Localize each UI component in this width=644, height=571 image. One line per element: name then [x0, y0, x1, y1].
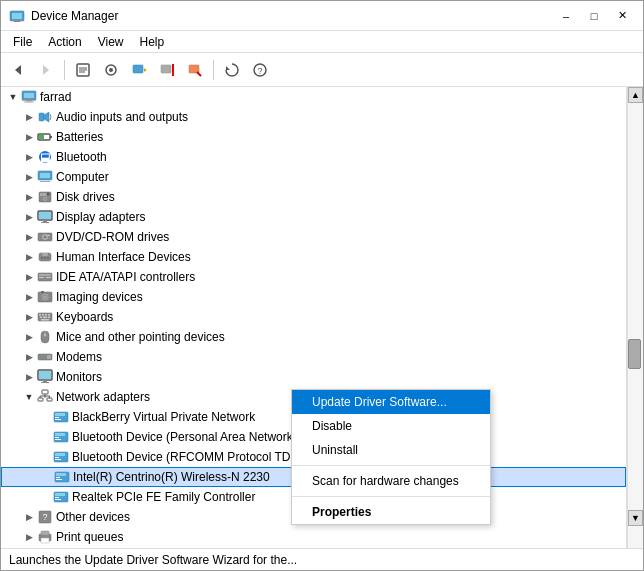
tree-modems[interactable]: ▶ Modems [1, 347, 626, 367]
disable-button[interactable] [154, 57, 180, 83]
tree-dvd[interactable]: ▶ DVD/CD-ROM drives [1, 227, 626, 247]
context-disable[interactable]: Disable [292, 414, 490, 438]
uninstall-button[interactable] [182, 57, 208, 83]
batteries-expand: ▶ [21, 129, 37, 145]
context-properties[interactable]: Properties [292, 500, 490, 524]
refresh-icon [224, 62, 240, 78]
netcard-icon2 [53, 429, 69, 445]
svg-rect-68 [43, 317, 47, 319]
tree-printqueues[interactable]: ▶ Print queues [1, 527, 626, 547]
tree-hid[interactable]: ▶ Human Interface Devices [1, 247, 626, 267]
svg-rect-106 [55, 493, 65, 496]
properties-button[interactable] [70, 57, 96, 83]
root-label: farrad [40, 90, 71, 104]
other-label: Other devices [56, 510, 130, 524]
forward-button[interactable] [33, 57, 59, 83]
svg-rect-66 [48, 314, 50, 316]
tree-batteries[interactable]: ▶ Batteries [1, 127, 626, 147]
bluetooth-label: Bluetooth [56, 150, 107, 164]
tree-processors[interactable]: ▶ Processors [1, 547, 626, 548]
ide-expand: ▶ [21, 269, 37, 285]
svg-rect-56 [39, 277, 44, 278]
uninstall-icon [187, 62, 203, 78]
scan-hardware-button[interactable] [98, 57, 124, 83]
context-sep2 [292, 496, 490, 497]
tree-computer[interactable]: ▶ Computer [1, 167, 626, 187]
svg-rect-14 [161, 65, 171, 73]
menu-action[interactable]: Action [40, 33, 89, 51]
context-scan[interactable]: Scan for hardware changes [292, 469, 490, 493]
monitor-icon [37, 369, 53, 385]
minimize-button[interactable]: – [553, 6, 579, 26]
close-button[interactable]: ✕ [609, 6, 635, 26]
tree-keyboards[interactable]: ▶ Keyboards [1, 307, 626, 327]
keyboards-expand: ▶ [21, 309, 37, 325]
computer-icon2 [37, 169, 53, 185]
scroll-thumb[interactable] [628, 339, 641, 369]
svg-rect-90 [55, 413, 65, 416]
svg-rect-113 [41, 538, 49, 543]
tree-ide[interactable]: ▶ IDE ATA/ATAPI controllers [1, 267, 626, 287]
other-icon: ? [37, 509, 53, 525]
status-bar: Launches the Update Driver Software Wiza… [1, 548, 643, 570]
svg-rect-94 [55, 433, 65, 436]
imaging-expand: ▶ [21, 289, 37, 305]
menu-help[interactable]: Help [132, 33, 173, 51]
tree-mice[interactable]: ▶ Mice and other pointing devices [1, 327, 626, 347]
back-button[interactable] [5, 57, 31, 83]
audio-icon [37, 109, 53, 125]
help-icon: ? [252, 62, 268, 78]
svg-rect-104 [56, 479, 62, 480]
title-bar-left: Device Manager [9, 8, 118, 24]
update-icon [131, 62, 147, 78]
tree-diskdrives[interactable]: ▶ Disk drives [1, 187, 626, 207]
svg-rect-79 [39, 371, 51, 379]
scrollbar[interactable]: ▲ ▼ [627, 87, 643, 548]
context-uninstall[interactable]: Uninstall [292, 438, 490, 462]
scroll-down-button[interactable]: ▼ [628, 510, 643, 526]
svg-rect-29 [50, 136, 52, 138]
tree-root[interactable]: ▼ farrad [1, 87, 626, 107]
svg-rect-63 [39, 314, 41, 316]
keyboard-icon [37, 309, 53, 325]
dvd-expand: ▶ [21, 229, 37, 245]
scan-icon [103, 62, 119, 78]
svg-rect-107 [55, 497, 59, 498]
netcard-icon1 [53, 409, 69, 425]
hid-label: Human Interface Devices [56, 250, 191, 264]
svg-rect-70 [41, 319, 49, 321]
svg-rect-42 [39, 212, 51, 219]
print-expand: ▶ [21, 529, 37, 545]
tree-audio[interactable]: ▶ Audio inputs and outputs [1, 107, 626, 127]
context-update-driver[interactable]: Update Driver Software... [292, 390, 490, 414]
svg-marker-4 [15, 65, 21, 75]
bluetooth-icon: ⬓ [37, 149, 53, 165]
realtek-label: Realtek PCIe FE Family Controller [72, 490, 255, 504]
monitors-expand: ▶ [21, 369, 37, 385]
tree-display[interactable]: ▶ Display adapters [1, 207, 626, 227]
main-area: ▼ farrad ▶ Audio inputs and ou [1, 87, 643, 548]
blackberry-label: BlackBerry Virtual Private Network [72, 410, 255, 424]
update-driver-button[interactable] [126, 57, 152, 83]
svg-text:⬓: ⬓ [40, 151, 50, 163]
display-expand: ▶ [21, 209, 37, 225]
menu-file[interactable]: File [5, 33, 40, 51]
scan-changes-button[interactable] [219, 57, 245, 83]
batteries-label: Batteries [56, 130, 103, 144]
svg-rect-112 [41, 531, 49, 535]
svg-rect-84 [47, 398, 52, 401]
svg-rect-82 [42, 390, 48, 394]
svg-text:?: ? [257, 66, 262, 76]
help-button[interactable]: ? [247, 57, 273, 83]
forward-icon [39, 63, 53, 77]
maximize-button[interactable]: □ [581, 6, 607, 26]
scroll-up-button[interactable]: ▲ [628, 87, 643, 103]
tree-bluetooth[interactable]: ▶ ⬓ Bluetooth [1, 147, 626, 167]
net-expand: ▼ [21, 389, 37, 405]
ide-label: IDE ATA/ATAPI controllers [56, 270, 195, 284]
tree-monitors[interactable]: ▶ Monitors [1, 367, 626, 387]
svg-rect-67 [40, 317, 42, 319]
menu-view[interactable]: View [90, 33, 132, 51]
svg-rect-3 [14, 21, 20, 22]
tree-imaging[interactable]: ▶ Imaging devices [1, 287, 626, 307]
